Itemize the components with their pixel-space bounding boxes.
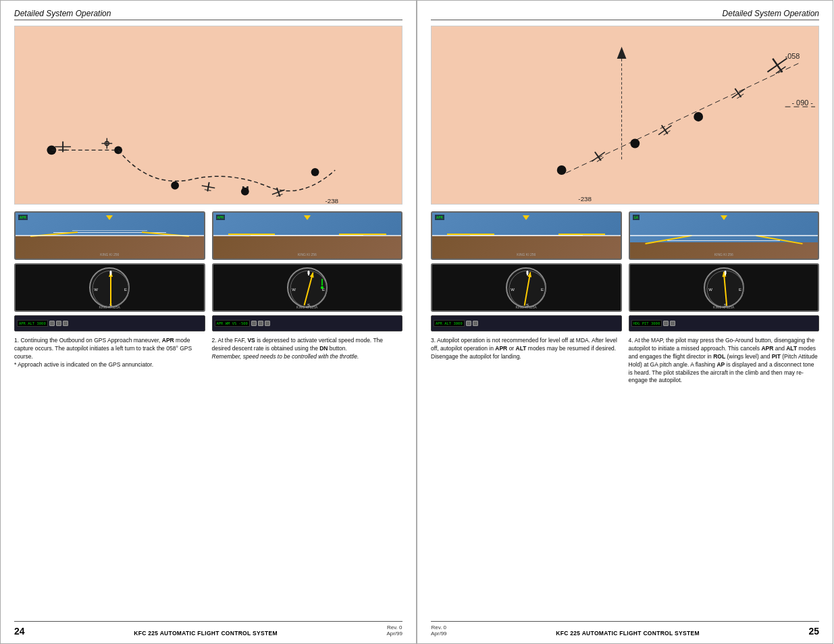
page-number-left: 24 <box>14 626 25 637</box>
hsi-4: N E S W KING KI 525A <box>629 263 820 312</box>
caption-1: 1. Continuing the Outbound on GPS Approa… <box>14 337 205 621</box>
cp-display-4: HDG PIT 3000 <box>631 320 662 327</box>
hsi-2: N E S W KING KI 525A <box>212 263 403 312</box>
svg-marker-26 <box>310 271 315 277</box>
caption-4: 4. At the MAP, the pilot may press the G… <box>629 337 820 621</box>
path-058 <box>565 63 799 173</box>
caption-3: 3. Autopilot operation is not recommende… <box>431 337 622 621</box>
label-238: -238 <box>325 197 338 204</box>
hsi-3: N E S W KING KI 525A <box>431 263 622 312</box>
cp-display-2: APR WM VS -500 <box>215 320 250 327</box>
footer-right: Rev. 0 Apr/99 KFC 225 AUTOMATIC FLIGHT C… <box>431 621 819 637</box>
cp-4: HDG PIT 3000 <box>629 315 820 331</box>
waypoint-dot-5 <box>311 168 319 176</box>
header-title-left: Detailed System Operation <box>14 9 111 18</box>
adi-mode-1: APR <box>18 215 28 220</box>
approach-path <box>118 150 335 190</box>
instrument-col-4: GA KING KI 256 N E S W <box>629 211 820 331</box>
waypoint-dot-4 <box>241 188 249 196</box>
page-number-right: 25 <box>808 626 819 637</box>
instrument-col-2: APR KING KI 256 N E S W <box>212 211 403 331</box>
page-right: Detailed System Operation <box>417 0 833 644</box>
diagram-left: M -238 <box>14 26 402 205</box>
caption-1-footnote: * Approach active is indicated on the GP… <box>14 361 153 368</box>
captions-left: 1. Continuing the Outbound on GPS Approa… <box>14 337 402 621</box>
svg-text:W: W <box>292 288 296 292</box>
cp-3: APR ALT 3000 <box>431 315 622 331</box>
compass-cross <box>101 138 112 149</box>
svg-line-40 <box>592 152 604 161</box>
adi-2: APR KING KI 256 <box>212 211 403 260</box>
svg-line-32 <box>776 67 786 74</box>
label-058: -058 <box>785 52 800 60</box>
diagram-right: -058 - 090 - <box>431 26 819 205</box>
rev-right: Rev. 0 Apr/99 <box>431 624 447 637</box>
svg-line-55 <box>724 272 727 306</box>
svg-line-47 <box>525 272 531 305</box>
footer-title-left: KFC 225 AUTOMATIC FLIGHT CONTROL SYSTEM <box>25 630 387 637</box>
adi-3: APR KING KI 256 <box>431 211 622 260</box>
svg-line-35 <box>737 94 744 99</box>
caption-2-note: Remember, speed needs to be controlled w… <box>212 353 359 360</box>
svg-point-29 <box>321 286 323 289</box>
svg-text:W: W <box>94 288 98 292</box>
waypoint-triangle <box>617 47 627 59</box>
instrument-col-1: APR KING KI 256 N E S <box>14 211 205 331</box>
ac-approach-1 <box>729 84 748 102</box>
adi-4: GA KING KI 256 <box>629 211 820 260</box>
cp-display-3: APR ALT 3000 <box>434 320 465 327</box>
captions-right: 3. Autopilot operation is not recommende… <box>431 337 819 621</box>
caption-1-text: 1. Continuing the Outbound on GPS Approa… <box>14 337 192 360</box>
caption-2-text: 2. At the FAF, VS is depressed to activa… <box>212 337 384 352</box>
label-090-text: - 090 - <box>791 99 813 107</box>
cp-1: APR ALT 3000 <box>14 315 205 331</box>
header-title-right: Detailed System Operation <box>723 9 819 18</box>
wpt-a <box>694 112 703 122</box>
svg-line-37 <box>658 126 671 135</box>
svg-text:E: E <box>739 288 741 292</box>
svg-line-25 <box>304 273 313 305</box>
document-spread: Detailed System Operation <box>0 0 834 644</box>
diagram-svg-right: -058 - 090 - <box>432 26 818 204</box>
adi-mode-4: GA <box>633 215 640 220</box>
footer-title-right: KFC 225 AUTOMATIC FLIGHT CONTROL SYSTEM <box>447 630 809 637</box>
aircraft-path-1 <box>201 181 216 192</box>
svg-text:W: W <box>708 288 712 292</box>
footer-left: 24 KFC 225 AUTOMATIC FLIGHT CONTROL SYST… <box>14 621 402 637</box>
label-238-right: -238 <box>578 195 592 203</box>
svg-text:W: W <box>511 288 515 292</box>
wpt-c <box>557 165 567 175</box>
adi-mode-3: APR <box>435 215 444 220</box>
rev-left: Rev. 0 Apr/99 <box>386 624 402 637</box>
ac-approach-3 <box>588 147 607 165</box>
hsi-1: N E S W KING KI 525A <box>14 263 205 312</box>
cp-display-1: APR ALT 3000 <box>17 320 48 327</box>
aircraft-path-2 <box>271 186 286 199</box>
svg-line-31 <box>767 58 787 72</box>
caption-4-text: 4. At the MAP, the pilot may press the G… <box>629 337 818 383</box>
caption-2: 2. At the FAF, VS is depressed to activa… <box>212 337 403 621</box>
page-left: Detailed System Operation <box>0 0 417 644</box>
cp-2: APR WM VS -500 <box>212 315 403 331</box>
header-right: Detailed System Operation <box>431 9 819 20</box>
caption-3-text: 3. Autopilot operation is not recommende… <box>431 337 617 360</box>
adi-1: APR KING KI 256 <box>14 211 205 260</box>
instrument-col-3: APR KING KI 256 N E S W <box>431 211 622 331</box>
svg-text:E: E <box>541 288 544 292</box>
svg-text:E: E <box>124 288 127 292</box>
waypoint-dot-3 <box>171 182 179 190</box>
svg-line-38 <box>664 130 671 135</box>
svg-line-34 <box>732 89 745 99</box>
header-left: Detailed System Operation <box>14 9 402 20</box>
wpt-b <box>630 139 640 149</box>
adi-mode-2: APR <box>216 215 226 220</box>
diagram-svg-left: M -238 <box>15 26 402 204</box>
